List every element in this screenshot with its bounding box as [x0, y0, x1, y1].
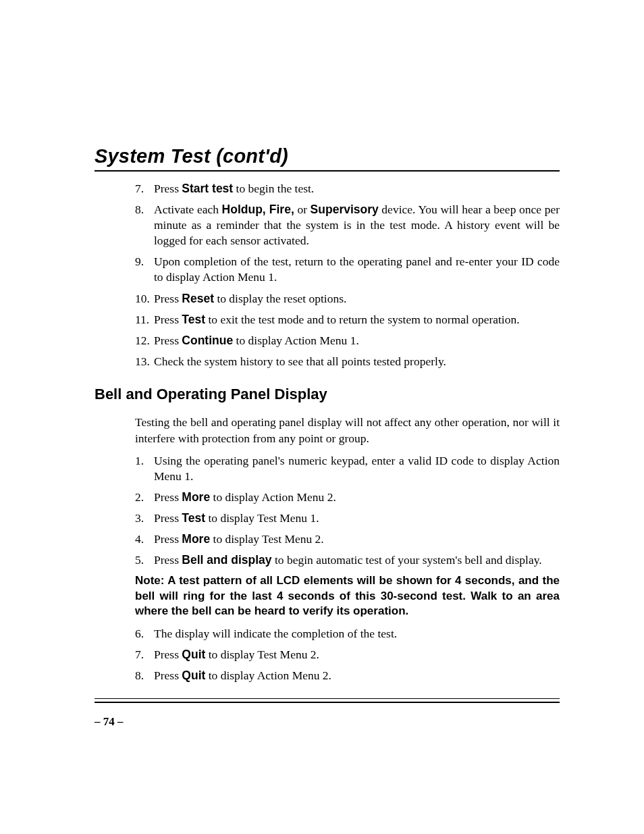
list-number: 7.	[135, 647, 154, 662]
text-run: to begin automatic test of your system's…	[272, 553, 542, 567]
text-run: to exit the test mode and to return the …	[205, 313, 520, 326]
bold-term: Supervisory	[311, 203, 379, 216]
text-run: Press	[154, 511, 182, 525]
section-heading: Bell and Operating Panel Display	[95, 386, 560, 403]
bold-term: More	[182, 490, 210, 504]
text-run: to display Action Menu 1.	[233, 334, 359, 347]
bold-term: Reset	[182, 292, 214, 305]
section-paragraph: Testing the bell and operating panel dis…	[135, 415, 560, 446]
bold-term: Test	[182, 313, 205, 326]
document-page: System Test (cont'd) 7.Press Start test …	[0, 0, 644, 729]
text-run: to display Test Menu 2.	[205, 648, 319, 661]
page-title: System Test (cont'd)	[95, 145, 560, 167]
text-run: Press	[154, 532, 182, 546]
list-text: Activate each Holdup, Fire, or Superviso…	[154, 202, 560, 249]
list-item: 1.Using the operating panel's numeric ke…	[135, 453, 560, 484]
bold-term: Test	[182, 511, 205, 525]
note-paragraph: Note: A test pattern of all LCD elements…	[135, 573, 560, 619]
bold-term: Start test	[182, 182, 233, 195]
list-item: 6.The display will indicate the completi…	[135, 626, 560, 642]
text-run: Activate each	[154, 203, 222, 216]
text-run: to begin the test.	[233, 182, 314, 195]
text-run: Press	[154, 334, 182, 347]
text-run: Press	[154, 669, 182, 682]
list-number: 8.	[135, 202, 154, 217]
list-item: 2.Press More to display Action Menu 2.	[135, 490, 560, 505]
bold-term: Quit	[182, 669, 205, 682]
list-text: Press Continue to display Action Menu 1.	[154, 333, 560, 348]
instruction-list-2b: 6.The display will indicate the completi…	[135, 626, 560, 683]
bold-term: Continue	[182, 334, 233, 347]
text-run: Using the operating panel's numeric keyp…	[154, 454, 560, 483]
list-item: 9.Upon completion of the test, return to…	[135, 254, 560, 285]
list-text: Press Reset to display the reset options…	[154, 291, 560, 307]
footer-rule	[95, 698, 560, 703]
list-number: 1.	[135, 453, 154, 469]
bold-term: Bell and display	[182, 553, 271, 567]
text-run: Press	[154, 648, 182, 661]
list-item: 13.Check the system history to see that …	[135, 354, 560, 369]
text-run: Press	[154, 490, 182, 504]
text-run: to display the reset options.	[214, 292, 346, 305]
instruction-list-2a: 1.Using the operating panel's numeric ke…	[135, 453, 560, 569]
list-item: 7.Press Start test to begin the test.	[135, 181, 560, 197]
list-number: 5.	[135, 552, 154, 568]
list-text: Press Quit to display Test Menu 2.	[154, 647, 560, 662]
list-text: Press Bell and display to begin automati…	[154, 552, 560, 568]
list-text: Press Test to display Test Menu 1.	[154, 511, 560, 526]
text-run: Press	[154, 313, 182, 326]
list-text: Press Start test to begin the test.	[154, 181, 560, 197]
list-item: 5.Press Bell and display to begin automa…	[135, 552, 560, 568]
list-number: 9.	[135, 254, 154, 269]
bold-term: Holdup, Fire,	[222, 203, 294, 216]
text-run: Press	[154, 182, 182, 195]
list-number: 8.	[135, 668, 154, 683]
list-item: 8.Activate each Holdup, Fire, or Supervi…	[135, 202, 560, 249]
list-text: Press More to display Test Menu 2.	[154, 531, 560, 547]
text-run: Press	[154, 553, 182, 567]
list-number: 3.	[135, 511, 154, 526]
list-number: 13.	[135, 354, 154, 369]
list-text: Press Quit to display Action Menu 2.	[154, 668, 560, 683]
text-run: to display Test Menu 2.	[210, 532, 324, 546]
list-number: 4.	[135, 531, 154, 547]
list-item: 3.Press Test to display Test Menu 1.	[135, 511, 560, 526]
list-item: 7.Press Quit to display Test Menu 2.	[135, 647, 560, 662]
list-number: 6.	[135, 626, 154, 642]
text-run: to display Test Menu 1.	[205, 511, 319, 525]
list-item: 12.Press Continue to display Action Menu…	[135, 333, 560, 348]
list-number: 10.	[135, 291, 154, 307]
list-number: 7.	[135, 181, 154, 197]
text-run: Press	[154, 292, 182, 305]
instruction-list-1: 7.Press Start test to begin the test.8.A…	[135, 181, 560, 369]
list-text: The display will indicate the completion…	[154, 626, 560, 642]
text-run: or	[294, 203, 311, 216]
text-run: to display Action Menu 2.	[205, 669, 331, 682]
list-number: 2.	[135, 490, 154, 505]
list-item: 4.Press More to display Test Menu 2.	[135, 531, 560, 547]
list-text: Press More to display Action Menu 2.	[154, 490, 560, 505]
text-run: The display will indicate the completion…	[154, 627, 397, 640]
list-text: Check the system history to see that all…	[154, 354, 560, 369]
list-text: Upon completion of the test, return to t…	[154, 254, 560, 285]
bold-term: Quit	[182, 648, 205, 661]
list-item: 8.Press Quit to display Action Menu 2.	[135, 668, 560, 683]
body-column: 7.Press Start test to begin the test.8.A…	[135, 181, 560, 683]
list-text: Press Test to exit the test mode and to …	[154, 312, 560, 328]
list-item: 10.Press Reset to display the reset opti…	[135, 291, 560, 307]
list-item: 11.Press Test to exit the test mode and …	[135, 312, 560, 328]
page-number: – 74 –	[95, 715, 560, 729]
text-run: Check the system history to see that all…	[154, 355, 446, 368]
bold-term: More	[182, 532, 210, 546]
list-number: 12.	[135, 333, 154, 348]
list-number: 11.	[135, 312, 154, 328]
list-text: Using the operating panel's numeric keyp…	[154, 453, 560, 484]
title-rule	[95, 170, 560, 172]
text-run: Upon completion of the test, return to t…	[154, 255, 560, 284]
text-run: to display Action Menu 2.	[210, 490, 336, 504]
